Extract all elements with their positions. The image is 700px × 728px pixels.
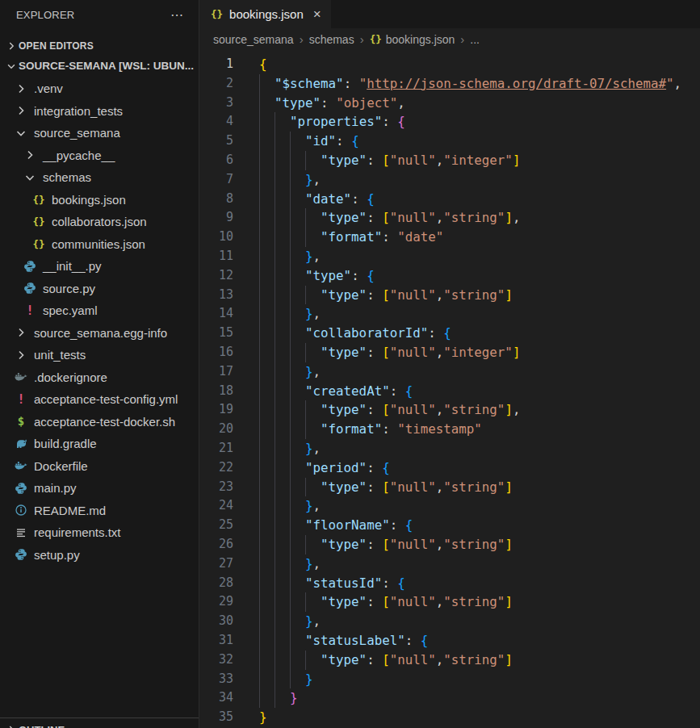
code-text: { — [233, 55, 267, 74]
tree-item-build-gradle[interactable]: build.gradle — [0, 433, 199, 455]
indent-guide — [290, 496, 305, 516]
section-outline[interactable]: OUTLINE — [0, 718, 199, 728]
indent-guide — [259, 458, 275, 478]
code-text: "period": { — [233, 458, 390, 478]
tree-item-source-semana-egg-info[interactable]: source_semana.egg-info — [0, 322, 199, 345]
breadcrumb-label: schemas — [309, 33, 354, 46]
breadcrumb-label: ... — [470, 33, 480, 46]
indent-guide — [275, 535, 290, 554]
tree-item-schemas[interactable]: schemas — [0, 166, 199, 189]
indent-guide — [290, 266, 305, 286]
tree-item-requirements-txt[interactable]: requirements.txt — [0, 521, 199, 544]
tree-item-main-py[interactable]: main.py — [0, 477, 199, 500]
indent-guide — [290, 554, 305, 574]
code-line: 12"type": { — [199, 266, 700, 286]
indent-guide — [275, 343, 290, 362]
json-icon: {} — [370, 33, 382, 45]
line-number: 19 — [199, 400, 233, 420]
tree-item-venv[interactable]: .venv — [0, 77, 199, 100]
tree-item-label: source_semana — [34, 126, 120, 140]
indent-guide — [259, 190, 275, 209]
editor[interactable]: 1{2"$schema": "http://json-schema.org/dr… — [199, 50, 700, 728]
indent-guide — [305, 535, 321, 554]
line-number: 30 — [199, 612, 233, 631]
tree-item-bookings-json[interactable]: {}bookings.json — [0, 189, 199, 211]
code-line: 2"$schema": "http://json-schema.org/draf… — [199, 74, 700, 94]
section-label: OPEN EDITORS — [19, 40, 94, 52]
code-line: 19"type": ["null","string"], — [199, 400, 700, 420]
line-number: 2 — [199, 74, 233, 94]
tree-item-source-py[interactable]: source.py — [0, 278, 199, 300]
tree-item-collaborators-json[interactable]: {}collaborators.json — [0, 211, 199, 233]
indent-guide — [275, 631, 290, 651]
code-line: 21}, — [199, 439, 700, 458]
section-workspace-root[interactable]: SOURCE-SEMANA [WSL: UBUN... — [0, 56, 199, 76]
json-icon: {} — [32, 215, 44, 228]
indent-guide — [259, 170, 275, 190]
code-text: "type": { — [233, 266, 375, 286]
tree-item-label: setup.py — [34, 548, 80, 562]
line-number: 20 — [199, 420, 233, 439]
code-text: }, — [233, 362, 321, 382]
tree-item-label: main.py — [34, 481, 77, 495]
yaml-icon: ! — [13, 392, 29, 407]
tree-item-communities-json[interactable]: {}communities.json — [0, 233, 199, 256]
code-text: "type": ["null","integer"] — [233, 343, 520, 362]
line-number: 32 — [199, 651, 233, 670]
indent-guide — [259, 94, 275, 113]
indent-guide — [305, 651, 321, 670]
json-icon: {} — [31, 215, 47, 228]
tree-item-pycache[interactable]: __pycache__ — [0, 144, 199, 167]
code-line: 6"type": ["null","integer"] — [199, 151, 700, 170]
code-text: }, — [233, 496, 321, 516]
tree-item-acceptance-test-docker-sh[interactable]: $acceptance-test-docker.sh — [0, 411, 199, 433]
tree-item-integration-tests[interactable]: integration_tests — [0, 100, 199, 123]
indent-guide — [259, 400, 275, 420]
tree-item-acceptance-test-config-yml[interactable]: !acceptance-test-config.yml — [0, 388, 199, 411]
tree-item-dockerignore[interactable]: .dockerignore — [0, 366, 199, 389]
line-number: 7 — [199, 170, 233, 190]
code-line: 34} — [199, 688, 700, 708]
indent-guide — [275, 286, 290, 305]
code-line: 29"type": ["null","string"] — [199, 592, 700, 612]
indent-guide — [259, 208, 275, 228]
indent-guide — [275, 420, 290, 439]
indent-guide — [259, 516, 275, 535]
indent-guide — [259, 304, 275, 324]
breadcrumb-item-[interactable]: ... — [470, 33, 480, 46]
tab-bookings-json[interactable]: {} bookings.json × — [199, 0, 331, 28]
indent-guide — [290, 228, 305, 247]
tree-item-source-semana[interactable]: source_semana — [0, 122, 199, 144]
more-actions-icon[interactable]: ⋯ — [170, 7, 184, 23]
indent-guide — [259, 554, 275, 574]
indent-guide — [259, 592, 275, 612]
line-number: 21 — [199, 439, 233, 458]
shell-icon: $ — [13, 415, 29, 428]
tree-item-init-py[interactable]: __init__.py — [0, 255, 199, 278]
breadcrumb-item-schemas[interactable]: schemas — [309, 33, 354, 46]
indent-guide — [275, 190, 290, 209]
tree-item-dockerfile[interactable]: Dockerfile — [0, 455, 199, 478]
indent-guide — [259, 478, 275, 497]
indent-guide — [290, 400, 305, 420]
tree-item-readme-md[interactable]: README.md — [0, 500, 199, 522]
breadcrumb: source_semana›schemas›{}bookings.json›..… — [199, 28, 700, 50]
code-line: 30}, — [199, 612, 700, 631]
code-line: 7}, — [199, 170, 700, 190]
tree-item-setup-py[interactable]: setup.py — [0, 544, 199, 567]
section-open-editors[interactable]: OPEN EDITORS — [0, 36, 199, 56]
tree-item-label: Dockerfile — [34, 459, 88, 473]
breadcrumb-item-bookings-json[interactable]: {}bookings.json — [370, 33, 455, 46]
indent-guide — [290, 343, 305, 362]
indent-guide — [259, 343, 275, 362]
code-text: "type": ["null","string"] — [233, 651, 513, 670]
code-line: 17}, — [199, 362, 700, 382]
indent-guide — [275, 208, 290, 228]
code-text: }, — [233, 170, 321, 190]
tree-item-unit-tests[interactable]: unit_tests — [0, 344, 199, 366]
breadcrumb-item-source-semana[interactable]: source_semana — [213, 33, 294, 46]
indent-guide — [275, 382, 290, 401]
code-text: "type": ["null","string"] — [233, 478, 513, 497]
close-icon[interactable]: × — [313, 7, 321, 21]
tree-item-spec-yaml[interactable]: !spec.yaml — [0, 299, 199, 322]
